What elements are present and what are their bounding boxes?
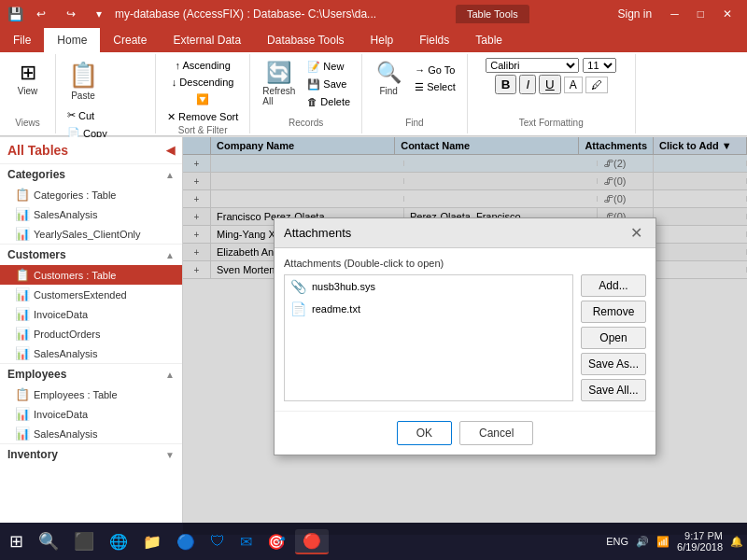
tab-table[interactable]: Table bbox=[462, 28, 515, 52]
descending-sort-button[interactable]: ↓ Descending bbox=[168, 75, 238, 90]
dialog-ok-button[interactable]: OK bbox=[397, 421, 452, 445]
query-icon-inv: 📊 bbox=[15, 307, 30, 321]
dialog-close-button[interactable]: ✕ bbox=[627, 224, 646, 242]
open-attachment-button[interactable]: Open bbox=[581, 327, 646, 349]
explorer-button[interactable]: 📁 bbox=[137, 530, 167, 553]
sidebar-item-invoice-data-1[interactable]: 📊 InvoiceData bbox=[0, 304, 182, 324]
sidebar-section-label-customers: Customers bbox=[7, 248, 66, 261]
bold-button[interactable]: B bbox=[495, 75, 517, 94]
sidebar-item-yearlysales[interactable]: 📊 YearlySales_ClientOnly bbox=[0, 224, 182, 244]
minimize-button[interactable]: ─ bbox=[663, 6, 686, 22]
maximize-button[interactable]: □ bbox=[690, 6, 712, 22]
font-family-select[interactable]: Calibri bbox=[486, 58, 579, 73]
remove-attachment-button[interactable]: Remove bbox=[581, 301, 646, 323]
select-button[interactable]: ☰ Select bbox=[411, 79, 459, 95]
tab-home[interactable]: Home bbox=[44, 28, 100, 52]
customize-button[interactable]: ▾ bbox=[89, 6, 109, 22]
add-attachment-button[interactable]: Add... bbox=[581, 274, 646, 297]
paste-label: Paste bbox=[71, 91, 95, 101]
dialog-overlay: Attachments ✕ Attachments (Double-click … bbox=[183, 137, 747, 535]
sidebar-section-categories: Categories ▲ 📋 Categories : Table 📊 Sale… bbox=[0, 163, 182, 244]
undo-button[interactable]: ↩ bbox=[29, 6, 53, 22]
tab-external-data[interactable]: External Data bbox=[160, 28, 254, 52]
sidebar-item-employees-table[interactable]: 📋 Employees : Table bbox=[0, 385, 182, 404]
close-window-button[interactable]: ✕ bbox=[715, 6, 740, 22]
filter-button[interactable]: 🔽 bbox=[192, 91, 213, 107]
sidebar-item-label: Categories : Table bbox=[34, 189, 116, 201]
ascending-sort-button[interactable]: ↑ Ascending bbox=[171, 58, 233, 73]
sidebar-collapse-button[interactable]: ◀ bbox=[166, 144, 175, 157]
dialog-title: Attachments bbox=[284, 226, 351, 240]
dialog-body: Attachments (Double-click to open) 📎 nus… bbox=[275, 248, 655, 411]
title-bar-left: 💾 ↩ ↪ ▾ my-database (AccessFIX) : Databa… bbox=[7, 6, 376, 22]
sidebar-item-categories-table[interactable]: 📋 Categories : Table bbox=[0, 185, 182, 204]
table-icon-customers: 📋 bbox=[15, 268, 30, 282]
save-all-attachments-button[interactable]: Save All... bbox=[581, 379, 646, 401]
notification-button[interactable]: 🔔 bbox=[730, 536, 743, 548]
sidebar: All Tables ◀ Categories ▲ 📋 Categories :… bbox=[0, 137, 183, 535]
ribbon-group-clipboard: 📋 Paste ✂ Cut 📄 Copy 🖌 Format Clipboard bbox=[56, 54, 156, 133]
views-group-label: Views bbox=[15, 118, 40, 130]
save-record-button[interactable]: 💾 Save bbox=[303, 77, 354, 92]
file-name-nusb3hub: nusb3hub.sys bbox=[312, 281, 375, 292]
start-button[interactable]: ⊞ bbox=[4, 528, 29, 554]
sort-filter-group-label: Sort & Filter bbox=[178, 125, 228, 137]
sidebar-item-salesanalysis-employees[interactable]: 📊 SalesAnalysis bbox=[0, 424, 182, 443]
sidebar-item-customers-extended[interactable]: 📊 CustomersExtended bbox=[0, 285, 182, 304]
tab-help[interactable]: Help bbox=[358, 28, 407, 52]
sidebar-item-salesanalysis-1[interactable]: 📊 SalesAnalysis bbox=[0, 204, 182, 224]
sidebar-section-inventory: Inventory ▼ bbox=[0, 443, 182, 465]
refresh-button[interactable]: 🔄 RefreshAll bbox=[258, 58, 300, 109]
tab-create[interactable]: Create bbox=[100, 28, 160, 52]
sidebar-section-collapse-categories[interactable]: ▲ bbox=[165, 170, 175, 180]
save-as-attachment-button[interactable]: Save As... bbox=[581, 353, 646, 375]
sidebar-header: All Tables ◀ bbox=[0, 137, 182, 163]
sidebar-item-customers-table[interactable]: 📋 Customers : Table bbox=[0, 265, 182, 285]
sidebar-section-header-employees[interactable]: Employees ▲ bbox=[0, 363, 182, 385]
redo-button[interactable]: ↪ bbox=[59, 6, 83, 22]
task-view-button[interactable]: ⬛ bbox=[68, 528, 100, 554]
sidebar-item-invoice-data-2[interactable]: 📊 InvoiceData bbox=[0, 404, 182, 424]
table-icon: 📋 bbox=[15, 188, 30, 202]
paste-button[interactable]: 📋 Paste bbox=[63, 58, 103, 104]
sidebar-section-header-categories[interactable]: Categories ▲ bbox=[0, 163, 182, 185]
sidebar-section-collapse-employees[interactable]: ▲ bbox=[165, 370, 175, 380]
delete-record-button[interactable]: 🗑 Delete bbox=[303, 94, 354, 109]
query-icon: 📊 bbox=[15, 207, 30, 221]
table-icon-emp: 📋 bbox=[15, 387, 30, 401]
sidebar-section-collapse-customers[interactable]: ▲ bbox=[165, 250, 175, 260]
sidebar-item-product-orders[interactable]: 📊 ProductOrders bbox=[0, 324, 182, 343]
tab-database-tools[interactable]: Database Tools bbox=[254, 28, 358, 52]
tab-fields[interactable]: Fields bbox=[406, 28, 462, 52]
sidebar-section-label-employees: Employees bbox=[7, 368, 66, 381]
new-record-button[interactable]: 📝 New bbox=[303, 59, 354, 75]
paste-icon: 📋 bbox=[68, 61, 98, 90]
underline-button[interactable]: U bbox=[539, 75, 561, 94]
tab-file[interactable]: File bbox=[0, 28, 44, 52]
taskbar-volume-icon[interactable]: 🔊 bbox=[636, 536, 649, 548]
file-item-nusb3hub[interactable]: 📎 nusb3hub.sys bbox=[285, 275, 572, 298]
sign-in-button[interactable]: Sign in bbox=[611, 6, 660, 22]
dialog-cancel-button[interactable]: Cancel bbox=[459, 421, 533, 445]
search-taskbar-button[interactable]: 🔍 bbox=[33, 528, 64, 554]
sidebar-section-collapse-inventory[interactable]: ▼ bbox=[165, 450, 175, 460]
file-item-readme[interactable]: 📄 readme.txt bbox=[285, 298, 572, 320]
remove-sort-button[interactable]: ✕ Remove Sort bbox=[163, 109, 242, 125]
sidebar-item-label: CustomersExtended bbox=[34, 289, 127, 301]
highlight-button[interactable]: 🖊 bbox=[585, 77, 608, 93]
sidebar-section-header-inventory[interactable]: Inventory ▼ bbox=[0, 443, 182, 465]
sidebar-section-employees: Employees ▲ 📋 Employees : Table 📊 Invoic… bbox=[0, 363, 182, 443]
taskbar-network-icon[interactable]: 📶 bbox=[656, 536, 669, 548]
cut-button[interactable]: ✂ Cut bbox=[63, 107, 117, 123]
font-color-button[interactable]: A bbox=[564, 77, 583, 93]
italic-button[interactable]: I bbox=[519, 75, 536, 94]
font-size-select[interactable]: 11 bbox=[583, 58, 616, 73]
find-label: Find bbox=[379, 86, 397, 96]
go-to-button[interactable]: → Go To bbox=[411, 63, 459, 77]
sidebar-section-header-customers[interactable]: Customers ▲ bbox=[0, 244, 182, 265]
tab-table-tools[interactable]: Table Tools bbox=[456, 5, 529, 23]
sidebar-item-salesanalysis-customers[interactable]: 📊 SalesAnalysis bbox=[0, 343, 182, 363]
find-button[interactable]: 🔍 Find bbox=[370, 58, 407, 99]
view-button[interactable]: ⊞ View bbox=[9, 58, 47, 99]
edge-button[interactable]: 🌐 bbox=[104, 530, 134, 553]
